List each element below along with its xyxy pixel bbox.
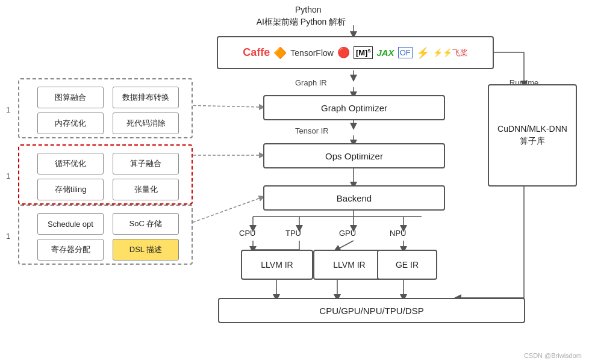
cell-graph-fusion: 图算融合 xyxy=(37,87,104,108)
llvm-ir-2-box: LLVM IR xyxy=(313,250,385,280)
backend-label: Backend xyxy=(337,193,372,203)
cell-op-fusion: 算子融合 xyxy=(113,153,179,174)
paddle-label: ⚡⚡飞桨 xyxy=(433,48,468,58)
ge-ir-box: GE IR xyxy=(377,250,437,280)
tpu-label: TPU xyxy=(285,229,301,238)
graph-optimizer-label: Graph Optimizer xyxy=(321,103,387,113)
llvm-ir-1-box: LLVM IR xyxy=(241,250,313,280)
left-group-1: 图算融合 数据排布转换 内存优化 死代码消除 xyxy=(18,78,193,138)
group3-label: 1 xyxy=(6,232,10,241)
mxnet-label: [M]s xyxy=(354,46,373,58)
cell-data-layout: 数据排布转换 xyxy=(113,87,179,108)
graph-optimizer-box: Graph Optimizer xyxy=(263,95,445,120)
oneflow-label: OF xyxy=(398,47,413,58)
svg-line-28 xyxy=(184,197,262,226)
caffe-label: Caffe xyxy=(243,46,270,59)
cell-quantize: 张量化 xyxy=(113,179,179,200)
gpu-label: GPU xyxy=(339,229,356,238)
ops-optimizer-box: Ops Optimizer xyxy=(263,143,445,168)
lightning-icon: ⚡ xyxy=(416,46,429,60)
tf-icon: 🔶 xyxy=(273,46,287,60)
llvm-ir-1-label: LLVM IR xyxy=(261,260,293,270)
jax-label: JAX xyxy=(376,48,394,58)
cell-reg-alloc: 寄存器分配 xyxy=(37,239,104,261)
cell-dsl: DSL 描述 xyxy=(113,239,179,261)
cell-dead-code: 死代码消除 xyxy=(113,113,179,134)
left-group-3: Schedule opt SoC 存储 寄存器分配 DSL 描述 xyxy=(18,205,193,265)
left-group-2: 循环优化 算子融合 存储tiling 张量化 xyxy=(18,144,193,205)
cell-mem-tiling: 存储tiling xyxy=(37,179,104,200)
svg-line-26 xyxy=(184,105,262,107)
ai-label: AI框架前端 Python 解析 xyxy=(229,17,373,28)
tensorflow-label: TensorFlow xyxy=(290,48,334,58)
npu-label: NPU xyxy=(390,229,406,238)
group2-label: 1 xyxy=(6,171,10,180)
framework-box: Caffe 🔶 TensorFlow 🔴 [M]s JAX OF ⚡ ⚡⚡飞桨 xyxy=(217,36,494,69)
watermark: CSDN @Briwisdom xyxy=(524,352,582,359)
diagram: Python AI框架前端 Python 解析 Caffe 🔶 TensorFl… xyxy=(0,0,589,364)
llvm-ir-2-label: LLVM IR xyxy=(333,260,365,270)
group1-label: 1 xyxy=(6,105,10,114)
runtime-box: CuDNN/MLK-DNN算子库 xyxy=(488,84,577,187)
cudnn-label: CuDNN/MLK-DNN算子库 xyxy=(497,123,567,147)
ops-optimizer-label: Ops Optimizer xyxy=(325,151,383,161)
cell-schedule-opt: Schedule opt xyxy=(37,213,104,235)
backend-box: Backend xyxy=(263,185,445,211)
pytorch-icon: 🔴 xyxy=(337,46,350,59)
cell-mem-opt: 内存优化 xyxy=(37,113,104,134)
bottom-bar-box: CPU/GPU/NPU/TPU/DSP xyxy=(218,298,525,323)
cell-soc-storage: SoC 存储 xyxy=(113,213,179,235)
cpu-label: CPU xyxy=(239,229,255,238)
python-label: Python xyxy=(295,5,322,14)
ge-ir-label: GE IR xyxy=(396,260,419,270)
bottom-bar-label: CPU/GPU/NPU/TPU/DSP xyxy=(319,306,423,316)
cell-loop-opt: 循环优化 xyxy=(37,153,104,174)
graph-ir-label: Graph IR xyxy=(295,78,327,87)
svg-line-15 xyxy=(337,241,354,250)
tensor-ir-label: Tensor IR xyxy=(295,126,329,135)
